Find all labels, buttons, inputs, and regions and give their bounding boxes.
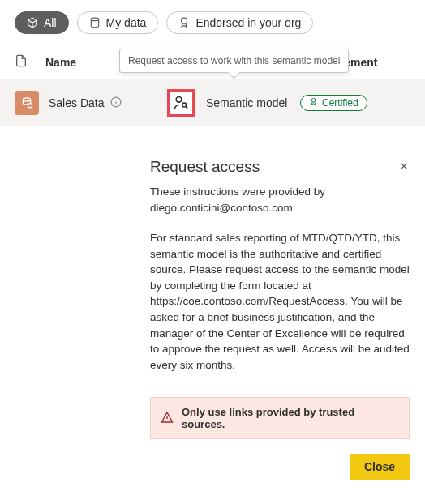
filter-chip-label: All (44, 16, 57, 29)
table-header-row: Name Type Endorsement Request access to … (0, 53, 425, 79)
dialog-intro: These instructions were provided by dieg… (150, 184, 410, 216)
table-row[interactable]: Sales Data Semantic model Certified (0, 79, 425, 126)
endorsement-badge: Certified (300, 95, 367, 111)
request-access-button[interactable] (167, 89, 195, 117)
filter-chip-endorsed[interactable]: Endorsed in your org (166, 11, 313, 34)
filter-chip-my-data[interactable]: My data (77, 11, 159, 34)
data-table: Name Type Endorsement Request access to … (0, 53, 425, 126)
database-icon (89, 17, 101, 28)
row-name-cell: Sales Data (49, 96, 167, 110)
svg-point-7 (311, 98, 316, 102)
row-type-cell: Semantic model (206, 96, 300, 109)
request-access-dialog: Request access These instructions were p… (150, 158, 410, 480)
cube-icon (27, 17, 38, 28)
file-icon (15, 53, 45, 70)
warning-icon (161, 411, 174, 426)
dialog-title: Request access (150, 158, 260, 176)
warning-banner: Only use links provided by trusted sourc… (150, 397, 410, 439)
warning-text: Only use links provided by trusted sourc… (182, 406, 399, 430)
svg-point-5 (176, 97, 182, 103)
tooltip: Request access to work with this semanti… (119, 49, 349, 73)
filter-chip-label: Endorsed in your org (195, 16, 301, 29)
close-button[interactable]: Close (350, 454, 410, 480)
filter-chip-label: My data (106, 16, 147, 29)
close-icon[interactable] (398, 160, 410, 174)
info-icon[interactable] (110, 96, 122, 110)
ribbon-icon (178, 17, 190, 28)
svg-point-3 (28, 104, 32, 108)
filter-chip-all[interactable]: All (15, 11, 69, 34)
badge-label: Certified (322, 97, 358, 109)
filter-bar: All My data Endorsed in your org (0, 0, 425, 42)
ribbon-icon (309, 97, 318, 109)
svg-point-1 (182, 18, 187, 23)
svg-point-2 (23, 98, 30, 101)
svg-point-0 (91, 18, 98, 21)
dialog-body: For standard sales reporting of MTD/QTD/… (150, 230, 410, 373)
dataset-icon (15, 91, 39, 115)
person-key-icon (173, 95, 189, 111)
row-name-label: Sales Data (49, 96, 104, 109)
